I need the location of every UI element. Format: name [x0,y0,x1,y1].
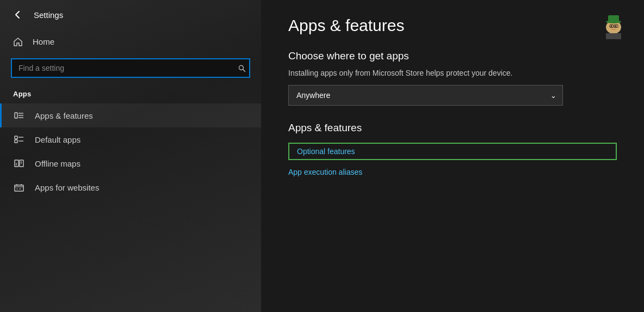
choose-heading: Choose where to get apps [288,50,617,62]
sidebar-title: Settings [34,10,63,20]
avatar [599,11,628,39]
svg-rect-14 [15,185,23,191]
svg-rect-22 [608,15,619,23]
home-icon [13,36,23,47]
home-label: Home [33,37,54,46]
svg-rect-28 [606,33,621,39]
apps-source-dropdown[interactable]: Anywhere Anywhere, but warn me before in… [288,85,563,106]
main-content: Apps & features Choose where to get apps… [261,0,644,312]
sidebar-item-apps-features[interactable]: Apps & features [0,103,261,127]
sidebar-item-offline-maps[interactable]: Offline maps [0,151,261,175]
svg-line-1 [243,70,245,72]
apps-websites-label: Apps for websites [35,183,99,192]
apps-section-label: Apps [0,87,261,103]
search-icon-button[interactable] [238,64,246,72]
sidebar: Settings Home Apps Apps & [0,0,261,312]
svg-rect-2 [15,113,17,118]
page-title: Apps & features [288,16,617,35]
offline-maps-label: Offline maps [35,159,81,168]
dropdown-wrapper[interactable]: Anywhere Anywhere, but warn me before in… [288,85,563,106]
app-execution-aliases-link[interactable]: App execution aliases [288,168,617,176]
apps-features-subheading: Apps & features [288,122,617,134]
apps-features-label: Apps & features [35,111,93,120]
search-input[interactable] [11,58,250,78]
apps-websites-icon [13,182,25,192]
default-apps-label: Default apps [35,135,81,144]
svg-point-23 [611,26,612,27]
dropdown-container: Anywhere Anywhere, but warn me before in… [288,85,617,106]
link-row: Optional features App execution aliases [288,143,617,183]
svg-point-24 [615,26,617,27]
back-button[interactable] [11,8,25,22]
sidebar-item-apps-websites[interactable]: Apps for websites [0,175,261,199]
search-box[interactable] [11,58,250,78]
sidebar-header: Settings [0,0,261,29]
optional-features-link[interactable]: Optional features [288,143,617,160]
svg-rect-6 [15,136,17,139]
default-apps-icon [13,134,25,144]
description-text: Installing apps only from Microsoft Stor… [288,69,617,77]
sidebar-item-home[interactable]: Home [0,29,261,54]
svg-rect-8 [15,140,17,143]
apps-features-icon [13,111,25,120]
sidebar-item-default-apps[interactable]: Default apps [0,127,261,151]
avatar-image [599,11,628,39]
offline-maps-icon [13,158,25,168]
